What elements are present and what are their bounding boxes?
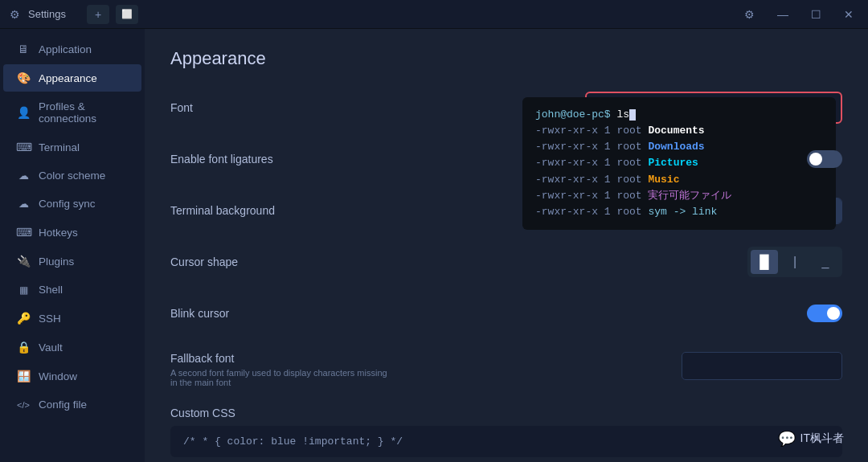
term-line-2: -rwxr-xr-x 1 root Downloads xyxy=(535,139,823,155)
sidebar-label-profiles: Profiles & connections xyxy=(39,100,129,125)
term-cmd: ls xyxy=(616,108,629,121)
sidebar-item-profiles[interactable]: 👤 Profiles & connections xyxy=(3,93,141,132)
cursor-bar-button[interactable]: | xyxy=(781,250,809,274)
ligatures-control xyxy=(807,150,842,168)
titlebar-controls: ⚙ — ☐ ✕ xyxy=(739,6,858,22)
sidebar-item-plugins[interactable]: 🔌 Plugins xyxy=(3,247,141,275)
vault-icon: 🔒 xyxy=(16,341,31,354)
term-line-1: -rwxr-xr-x 1 root Documents xyxy=(535,123,823,139)
fallback-font-label-group: Fallback font A second font family used … xyxy=(170,352,395,387)
cursor-selector: █ | _ xyxy=(747,247,842,277)
hotkeys-icon: ⌨ xyxy=(16,226,31,239)
term-line-6: -rwxr-xr-x 1 root sym -> link xyxy=(535,204,823,220)
terminal-bg-label: Terminal background xyxy=(170,204,315,217)
cursor-shape-setting-row: Cursor shape █ | _ xyxy=(170,246,842,278)
watermark-text: IT枫斗者 xyxy=(800,431,844,446)
titlebar-tabs: + ⬜ xyxy=(87,5,138,24)
custom-css-value: /* * { color: blue !important; } */ xyxy=(183,435,403,448)
titlebar-left: ⚙ Settings + ⬜ xyxy=(10,5,739,24)
config-file-icon: </> xyxy=(16,400,31,410)
sidebar-item-config-file[interactable]: </> Config file xyxy=(3,391,141,418)
sidebar-item-vault[interactable]: 🔒 Vault xyxy=(3,333,141,361)
sidebar-label-config-sync: Config sync xyxy=(39,198,96,210)
cursor-block-button[interactable]: █ xyxy=(751,250,778,274)
plugins-icon: 🔌 xyxy=(16,255,31,268)
ligatures-label: Enable font ligatures xyxy=(170,153,315,166)
custom-css-label: Custom CSS xyxy=(170,407,842,419)
fallback-font-sublabel: A second font family used to display cha… xyxy=(170,368,395,387)
maximize-button[interactable]: ☐ xyxy=(806,6,826,22)
sidebar-item-terminal[interactable]: ⌨ Terminal xyxy=(3,133,141,161)
term-line-5: -rwxr-xr-x 1 root 実行可能ファイル xyxy=(535,188,823,204)
terminal-preview: john@doe-pc$ ls -rwxr-xr-x 1 root Docume… xyxy=(522,97,836,230)
fallback-font-input[interactable] xyxy=(682,352,842,380)
ssh-icon: 🔑 xyxy=(16,312,31,325)
blink-cursor-label: Blink cursor xyxy=(170,307,315,320)
sidebar-item-application[interactable]: 🖥 Application xyxy=(3,35,141,63)
sidebar-item-config-sync[interactable]: ☁ Config sync xyxy=(3,190,141,217)
blink-cursor-toggle-knob xyxy=(827,307,840,320)
ligatures-toggle[interactable] xyxy=(807,150,842,168)
page-title: Appearance xyxy=(170,48,842,69)
custom-css-block[interactable]: /* * { color: blue !important; } */ xyxy=(170,426,842,457)
cursor-underline-button[interactable]: _ xyxy=(812,250,839,274)
sidebar-label-vault: Vault xyxy=(39,341,63,354)
term-cursor xyxy=(629,109,636,121)
content-area: Appearance john@doe-pc$ ls -rwxr-xr-x 1 … xyxy=(145,29,868,462)
blink-cursor-setting-row: Blink cursor xyxy=(170,297,842,329)
sidebar-label-plugins: Plugins xyxy=(39,256,74,268)
sidebar-label-appearance: Appearance xyxy=(39,72,97,84)
close-button[interactable]: ✕ xyxy=(839,6,858,22)
term-line-4: -rwxr-xr-x 1 root Music xyxy=(535,172,823,188)
main-layout: 🖥 Application 🎨 Appearance 👤 Profiles & … xyxy=(0,29,868,462)
sidebar-label-application: Application xyxy=(39,43,92,55)
font-label: Font xyxy=(170,101,315,114)
watermark: 💬 IT枫斗者 xyxy=(778,430,844,448)
sidebar-item-appearance[interactable]: 🎨 Appearance xyxy=(3,64,141,92)
custom-css-section: Custom CSS /* * { color: blue !important… xyxy=(170,407,842,457)
application-icon: 🖥 xyxy=(16,43,31,55)
color-scheme-icon: ☁ xyxy=(16,170,31,182)
sidebar-item-hotkeys[interactable]: ⌨ Hotkeys xyxy=(3,219,141,246)
fallback-font-label: Fallback font xyxy=(170,352,395,365)
sidebar-label-hotkeys: Hotkeys xyxy=(39,227,78,239)
titlebar: ⚙ Settings + ⬜ ⚙ — ☐ ✕ xyxy=(0,0,868,29)
term-prompt: john@doe-pc$ xyxy=(535,108,611,121)
config-sync-icon: ☁ xyxy=(16,198,31,210)
sidebar-label-color-scheme: Color scheme xyxy=(39,170,105,182)
sidebar-item-shell[interactable]: ▦ Shell xyxy=(3,276,141,303)
new-tab-button[interactable]: + xyxy=(87,5,109,24)
settings-button[interactable]: ⚙ xyxy=(739,6,760,22)
sidebar-label-window: Window xyxy=(39,370,77,382)
tab-button[interactable]: ⬜ xyxy=(116,5,138,24)
terminal-icon: ⌨ xyxy=(16,141,31,153)
cursor-shape-label: Cursor shape xyxy=(170,256,315,268)
minimize-button[interactable]: — xyxy=(772,6,793,22)
cursor-shape-control: █ | _ xyxy=(747,247,842,277)
ligatures-toggle-knob xyxy=(809,153,822,166)
fallback-font-control xyxy=(682,352,842,380)
sidebar: 🖥 Application 🎨 Appearance 👤 Profiles & … xyxy=(0,29,145,462)
sidebar-item-ssh[interactable]: 🔑 SSH xyxy=(3,305,141,332)
sidebar-label-ssh: SSH xyxy=(39,313,61,325)
titlebar-title: Settings xyxy=(28,8,66,20)
fallback-font-setting-row: Fallback font A second font family used … xyxy=(170,349,842,387)
sidebar-label-shell: Shell xyxy=(39,284,63,296)
shell-icon: ▦ xyxy=(16,284,31,296)
sidebar-label-terminal: Terminal xyxy=(39,141,80,153)
blink-cursor-control xyxy=(807,305,842,322)
window-icon: 🪟 xyxy=(16,370,31,382)
sidebar-label-config-file: Config file xyxy=(39,399,87,411)
appearance-icon: 🎨 xyxy=(16,72,31,84)
sidebar-item-window[interactable]: 🪟 Window xyxy=(3,362,141,390)
sidebar-item-color-scheme[interactable]: ☁ Color scheme xyxy=(3,162,141,189)
profiles-icon: 👤 xyxy=(16,106,31,119)
term-line-3: -rwxr-xr-x 1 root Pictures xyxy=(535,155,823,171)
app-icon: ⚙ xyxy=(10,8,20,21)
watermark-icon: 💬 xyxy=(778,430,796,448)
blink-cursor-toggle[interactable] xyxy=(807,305,842,322)
